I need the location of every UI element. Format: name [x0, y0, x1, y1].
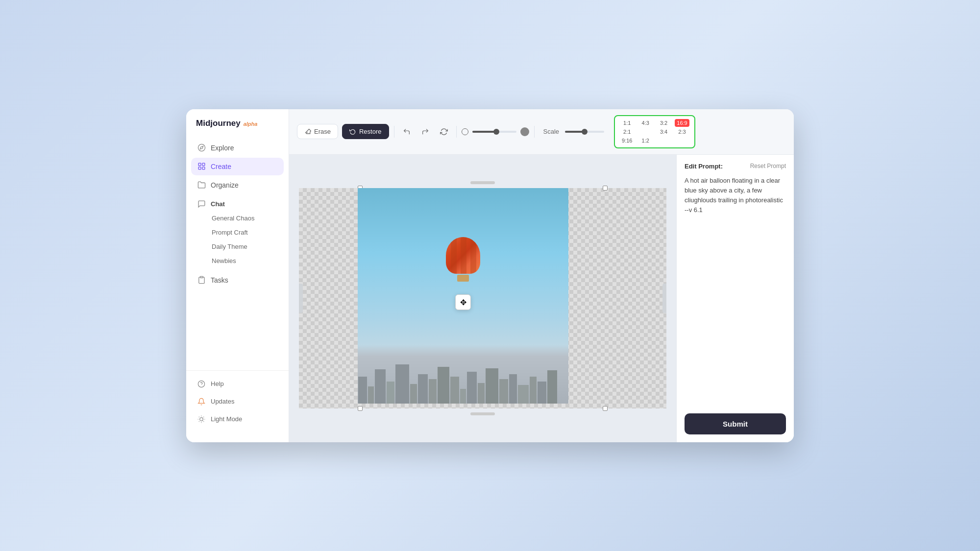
organize-label: Organize — [211, 181, 239, 189]
svg-line-16 — [199, 421, 199, 422]
prompt-text[interactable]: A hot air balloon floating in a clear bl… — [685, 176, 786, 404]
general-chaos-label: General Chaos — [212, 215, 254, 222]
svg-point-0 — [198, 144, 205, 151]
restore-button[interactable]: Restore — [342, 124, 389, 139]
divider-3 — [534, 126, 535, 138]
toolbar: Erase Restore — [289, 109, 794, 155]
sidebar-bottom: Help Updates Light Mode — [186, 370, 289, 432]
app-version: alpha — [244, 121, 258, 127]
svg-rect-2 — [198, 163, 201, 166]
brush-size-indicator — [462, 128, 468, 135]
aspect-ratio-grid: 1:1 4:3 3:2 16:9 2:1 3:4 2:3 9:16 1:2 — [614, 115, 695, 148]
svg-line-17 — [203, 416, 204, 417]
divider-1 — [394, 126, 394, 138]
city-skyline — [358, 345, 568, 404]
handle-bottom-left[interactable] — [358, 406, 363, 411]
balloon-basket — [457, 275, 469, 282]
reset-prompt-button[interactable]: Reset Prompt — [750, 163, 786, 169]
restore-label: Restore — [359, 128, 382, 135]
undo-button[interactable] — [399, 124, 414, 139]
canvas-image[interactable]: ✥ — [358, 188, 568, 404]
ar-btn-2-1[interactable]: 2:1 — [620, 128, 634, 136]
chat-label: Chat — [211, 200, 225, 208]
help-icon — [197, 380, 206, 388]
svg-rect-3 — [202, 163, 204, 166]
sidebar-item-organize[interactable]: Organize — [191, 176, 284, 194]
sidebar-logo: Midjourney alpha — [186, 119, 289, 139]
svg-rect-5 — [202, 167, 204, 169]
ar-btn-3-2[interactable]: 3:2 — [657, 119, 671, 127]
help-item[interactable]: Help — [191, 376, 284, 392]
main-content: Erase Restore — [289, 109, 794, 442]
explore-label: Explore — [211, 144, 234, 152]
daily-theme-label: Daily Theme — [212, 243, 247, 250]
edit-prompt-header: Edit Prompt: Reset Prompt — [685, 163, 786, 170]
sidebar-item-explore[interactable]: Explore — [191, 139, 284, 157]
help-label: Help — [211, 380, 224, 387]
redo-button[interactable] — [418, 124, 433, 139]
svg-point-9 — [200, 417, 203, 421]
scroll-indicator-top — [470, 181, 495, 184]
sky-background: ✥ — [358, 188, 568, 404]
ar-btn-9-16[interactable]: 9:16 — [620, 137, 634, 144]
right-scroll-handle[interactable] — [662, 284, 666, 313]
newbies-label: Newbies — [212, 257, 236, 264]
ar-btn-2-3[interactable]: 2:3 — [675, 128, 689, 136]
sidebar-item-create[interactable]: Create — [191, 158, 284, 175]
scroll-indicator-bottom — [470, 412, 495, 415]
sidebar-item-prompt-craft[interactable]: Prompt Craft — [191, 226, 284, 239]
app-window: Midjourney alpha Explore — [186, 109, 794, 442]
sidebar-item-general-chaos[interactable]: General Chaos — [191, 212, 284, 225]
chat-section-label[interactable]: Chat — [191, 197, 284, 211]
brush-size-slider[interactable] — [472, 131, 516, 133]
sidebar: Midjourney alpha Explore — [186, 109, 289, 442]
create-label: Create — [211, 163, 231, 170]
move-cursor: ✥ — [455, 294, 471, 310]
canvas-wrapper: ✥ — [299, 188, 666, 408]
brush-max-indicator — [520, 127, 529, 136]
eraser-icon — [304, 128, 311, 135]
sun-icon — [197, 415, 206, 424]
app-name: Midjourney — [196, 119, 241, 127]
handle-top-right[interactable] — [603, 186, 608, 191]
svg-rect-6 — [200, 276, 203, 278]
chat-icon — [197, 200, 206, 209]
erase-button[interactable]: Erase — [297, 124, 338, 139]
svg-rect-4 — [198, 167, 201, 169]
ar-btn-1-1[interactable]: 1:1 — [620, 119, 634, 127]
balloon-envelope — [446, 237, 480, 274]
divider-2 — [456, 126, 457, 138]
svg-line-13 — [203, 421, 204, 422]
content-area: ✥ — [289, 155, 794, 442]
scale-slider[interactable] — [563, 131, 606, 133]
compass-icon — [197, 144, 206, 152]
sidebar-item-tasks[interactable]: Tasks — [191, 271, 284, 289]
ar-btn-1-2[interactable]: 1:2 — [638, 137, 652, 144]
right-panel: Edit Prompt: Reset Prompt A hot air ball… — [676, 155, 794, 442]
edit-prompt-label: Edit Prompt: — [685, 163, 723, 170]
ar-btn-16-9[interactable]: 16:9 — [675, 119, 689, 127]
bell-icon — [197, 397, 206, 406]
updates-item[interactable]: Updates — [191, 393, 284, 410]
canvas-area[interactable]: ✥ — [289, 155, 676, 442]
sidebar-item-newbies[interactable]: Newbies — [191, 254, 284, 267]
light-mode-label: Light Mode — [211, 415, 242, 423]
submit-button[interactable]: Submit — [685, 413, 786, 434]
sidebar-nav: Explore Create Organize — [186, 139, 289, 370]
restore-icon — [349, 128, 356, 135]
city-buildings — [358, 355, 568, 404]
svg-point-7 — [198, 381, 204, 387]
ar-btn-4-3[interactable]: 4:3 — [638, 119, 652, 127]
erase-label: Erase — [314, 128, 331, 135]
folder-icon — [197, 181, 206, 190]
refresh-button[interactable] — [437, 124, 451, 139]
sidebar-item-daily-theme[interactable]: Daily Theme — [191, 240, 284, 253]
ar-btn-3-4[interactable]: 3:4 — [657, 128, 671, 136]
svg-line-12 — [199, 416, 199, 417]
handle-bottom-right[interactable] — [603, 406, 608, 411]
prompt-craft-label: Prompt Craft — [212, 229, 248, 236]
scale-label: Scale — [543, 128, 560, 135]
left-scroll-handle[interactable] — [299, 284, 303, 313]
tasks-label: Tasks — [211, 276, 228, 284]
light-mode-item[interactable]: Light Mode — [191, 411, 284, 428]
